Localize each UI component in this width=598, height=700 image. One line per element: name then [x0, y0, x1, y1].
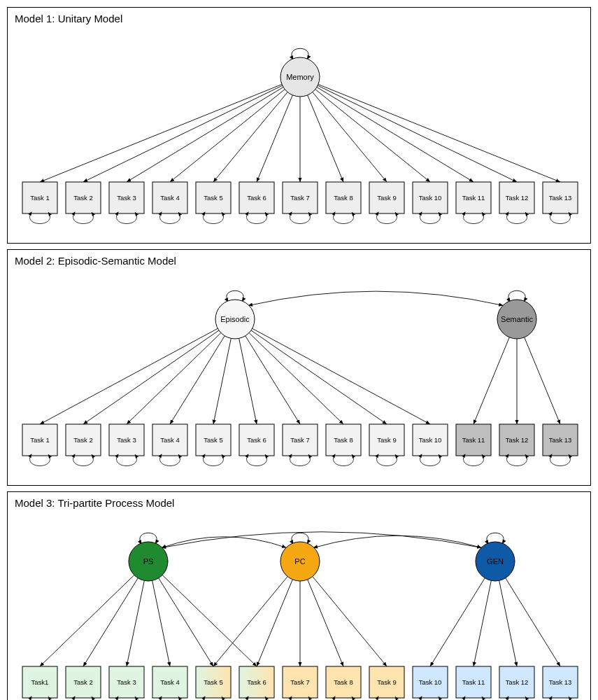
task-label: Task 4 [160, 436, 179, 444]
svg-line-0 [40, 84, 282, 182]
factor-label: Semantic [501, 315, 533, 323]
task-label: Task 6 [247, 678, 266, 686]
svg-line-17 [213, 338, 231, 424]
task-label: Task 3 [117, 678, 136, 686]
task-label: Task 9 [377, 436, 396, 444]
task-label: Task 12 [506, 194, 529, 202]
task-label: Task 12 [506, 678, 529, 686]
model-panel: Model 1: Unitary ModelMemoryTask 1Task 2… [7, 7, 591, 244]
svg-line-3 [170, 90, 285, 182]
svg-line-28 [127, 580, 144, 666]
svg-line-4 [213, 92, 287, 182]
svg-line-9 [315, 90, 430, 182]
svg-line-20 [249, 332, 343, 424]
task-label: Task 12 [506, 436, 529, 444]
task-label: Task 8 [334, 194, 353, 202]
model-panel: Model 3: Tri-partite Process ModelPSPCGE… [7, 491, 591, 700]
task-label: Task 6 [247, 194, 266, 202]
svg-line-36 [313, 577, 387, 666]
task-label: Task 10 [419, 194, 442, 202]
svg-line-16 [170, 336, 225, 424]
svg-line-18 [239, 338, 257, 424]
panel-title: Model 2: Episodic-Semantic Model [15, 255, 585, 267]
task-label: Task 1 [30, 436, 49, 444]
model-svg: EpisodicSemanticTask 1Task 2Task 3Task 4… [13, 270, 587, 477]
svg-line-29 [152, 580, 170, 666]
svg-line-11 [318, 85, 517, 182]
task-label: Task 2 [73, 436, 92, 444]
task-label: Task 6 [247, 436, 266, 444]
factor-label: PS [143, 557, 154, 566]
svg-line-40 [506, 578, 560, 666]
svg-line-30 [159, 578, 213, 666]
factor-label: Episodic [220, 315, 250, 323]
svg-line-37 [430, 578, 485, 666]
task-label: Task 5 [204, 436, 222, 444]
svg-line-2 [127, 87, 283, 182]
task-label: Task 5 [204, 678, 222, 686]
task-label: Task 7 [290, 194, 309, 202]
task-label: Task 8 [334, 678, 353, 686]
task-label: Task 11 [462, 436, 485, 444]
svg-line-39 [499, 580, 517, 666]
svg-line-25 [525, 337, 560, 424]
svg-line-8 [313, 92, 387, 182]
svg-line-38 [474, 580, 491, 666]
task-label: Task 7 [290, 436, 309, 444]
model-svg: MemoryTask 1Task 2Task 3Task 4Task 5Task… [13, 28, 587, 234]
panel-title: Model 1: Unitary Model [15, 13, 585, 24]
panel-title: Model 3: Tri-partite Process Model [15, 497, 585, 509]
svg-line-1 [83, 85, 283, 182]
task-label: Task 4 [160, 194, 179, 202]
task-label: Task 2 [73, 194, 92, 202]
svg-line-13 [40, 328, 218, 424]
factor-label: GEN [487, 557, 504, 566]
svg-line-19 [245, 336, 300, 424]
task-label: Task 13 [549, 678, 572, 686]
svg-line-32 [213, 577, 287, 666]
task-label: Task 1 [30, 194, 49, 202]
svg-line-10 [317, 87, 474, 182]
task-label: Task 5 [204, 194, 222, 202]
svg-line-27 [83, 578, 138, 666]
task-label: Task 2 [73, 678, 92, 686]
svg-line-22 [252, 328, 430, 424]
svg-line-12 [318, 84, 560, 182]
factor-label: PC [294, 557, 305, 566]
task-label: Task 10 [419, 678, 442, 686]
task-label: Task 11 [462, 678, 485, 686]
task-label: Task 8 [334, 436, 353, 444]
task-label: Task 9 [377, 194, 396, 202]
task-label: Task 13 [549, 436, 572, 444]
factor-label: Memory [286, 73, 314, 81]
svg-line-23 [474, 337, 509, 424]
task-label: Task 4 [160, 678, 179, 686]
svg-line-31 [162, 575, 257, 666]
task-label: Task 3 [117, 194, 136, 202]
svg-line-21 [251, 330, 387, 424]
task-label: Task 10 [419, 436, 442, 444]
task-label: Task 13 [549, 194, 572, 202]
task-label: Task 3 [117, 436, 136, 444]
task-label: Task 11 [462, 194, 485, 202]
task-label: Task 9 [377, 678, 396, 686]
svg-line-26 [40, 575, 134, 666]
svg-line-14 [83, 330, 219, 424]
task-label: Task 7 [290, 678, 309, 686]
svg-line-15 [127, 332, 221, 424]
model-svg: PSPCGENTask1Task 2Task 3Task 4Task 5Task… [13, 512, 587, 700]
model-panel: Model 2: Episodic-Semantic ModelEpisodic… [7, 249, 591, 486]
task-label: Task1 [31, 678, 49, 686]
